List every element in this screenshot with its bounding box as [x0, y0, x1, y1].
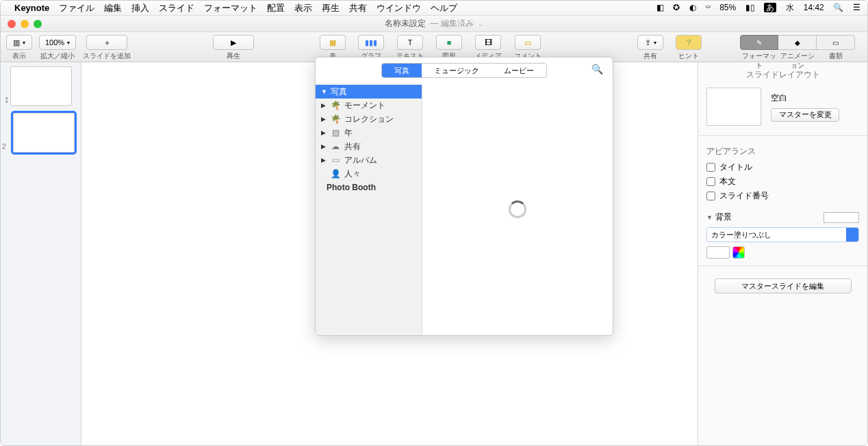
menu-format[interactable]: フォーマット	[204, 2, 257, 14]
menu-insert[interactable]: 挿入	[131, 2, 149, 14]
app-name[interactable]: Keynote	[14, 3, 49, 13]
palm-icon: 🌴	[331, 101, 340, 110]
tab-animation-label: アニメーション	[778, 51, 817, 70]
source-albums[interactable]: ▶▭アルバム	[316, 153, 422, 167]
hint-button[interactable]: ?	[676, 35, 702, 50]
view-button[interactable]: ▥▾	[6, 35, 32, 50]
checkbox-slide-number[interactable]: スライド番号	[706, 190, 859, 202]
slide-thumb-1[interactable]	[10, 66, 72, 106]
layout-preview[interactable]	[706, 88, 761, 126]
fullscreen-window-button[interactable]	[34, 20, 42, 28]
menu-help[interactable]: ヘルプ	[431, 2, 457, 14]
source-years[interactable]: ▶▤年	[316, 126, 422, 140]
zoom-label: 拡大／縮小	[40, 51, 75, 61]
media-content-area	[422, 83, 613, 335]
view-label: 表示	[12, 51, 26, 61]
menu-window[interactable]: ウインドウ	[376, 2, 421, 14]
appearance-label: アピアランス	[706, 146, 859, 157]
fill-type-select[interactable]: カラー塗りつぶし	[706, 227, 859, 242]
spotlight-icon[interactable]: 🔍	[833, 3, 843, 12]
document-edited-label[interactable]: — 編集済み	[430, 18, 473, 29]
status-icon-3[interactable]: ◐	[689, 3, 696, 12]
source-shared[interactable]: ▶☁共有	[316, 140, 422, 153]
background-preview-swatch[interactable]	[824, 212, 859, 223]
palm-icon: 🌴	[331, 114, 340, 124]
tab-document[interactable]: ▭	[817, 35, 855, 50]
status-icon-1[interactable]: ◧	[656, 3, 664, 12]
menu-edit[interactable]: 編集	[104, 2, 122, 14]
media-tab-movies[interactable]: ムービー	[492, 64, 546, 77]
slide-thumb-2[interactable]	[13, 113, 75, 153]
menu-play[interactable]: 再生	[322, 2, 340, 14]
loading-spinner-icon	[509, 200, 526, 218]
battery-icon[interactable]: ▮▯	[745, 3, 755, 12]
edit-master-slide-button[interactable]: マスタースライドを編集	[715, 278, 852, 293]
view-icon: ▥	[13, 38, 20, 47]
source-people[interactable]: ▶👤人々	[316, 167, 422, 181]
tab-animation[interactable]: ◆	[778, 35, 817, 50]
add-slide-button[interactable]: ＋	[86, 35, 127, 50]
fill-color-swatch[interactable]	[706, 246, 730, 259]
chart-button[interactable]: ▮▮▮	[358, 35, 384, 50]
diamond-icon: ◆	[795, 39, 800, 47]
background-label[interactable]: 背景	[706, 211, 732, 223]
tab-format[interactable]: ✎	[740, 35, 778, 50]
clock-day: 水	[786, 3, 794, 12]
media-source-list[interactable]: ▼写真 ▶🌴モーメント ▶🌴コレクション ▶▤年 ▶☁共有 ▶▭アルバム ▶👤人…	[316, 83, 422, 335]
slide-navigator[interactable]: 1 2	[1, 62, 81, 446]
comment-button[interactable]: ▭	[515, 35, 541, 50]
color-picker-button[interactable]	[732, 246, 745, 259]
ime-indicator[interactable]: あ	[764, 3, 776, 12]
layout-name: 空白	[771, 92, 839, 104]
minimize-window-button[interactable]	[21, 20, 29, 28]
play-label: 再生	[227, 51, 240, 61]
shape-button[interactable]: ■	[436, 35, 462, 50]
share-button[interactable]: ⇪▾	[637, 35, 663, 50]
checkbox-body[interactable]: 本文	[706, 176, 859, 187]
inspector: スライドレイアウト 空白 マスターを変更 アピアランス タイトル 本文 スライド…	[698, 62, 867, 446]
source-collections[interactable]: ▶🌴コレクション	[316, 112, 422, 126]
person-icon: 👤	[331, 169, 340, 179]
menu-slide[interactable]: スライド	[159, 2, 194, 14]
slide-number-1: 1	[5, 96, 9, 106]
tab-document-label: 書類	[817, 51, 855, 70]
media-browser-popover: 写真 ミュージック ムービー 🔍 ▼写真 ▶🌴モーメント ▶🌴コレクション ▶▤…	[315, 57, 613, 336]
media-tab-music[interactable]: ミュージック	[422, 64, 492, 77]
clock-time: 14:42	[804, 3, 824, 12]
zoom-button[interactable]: 100%▾	[39, 35, 76, 50]
album-icon: ▭	[331, 155, 340, 165]
table-button[interactable]: ▦	[320, 35, 346, 50]
source-photos[interactable]: ▼写真	[316, 85, 422, 99]
menu-extra-icon[interactable]: ☰	[853, 3, 860, 12]
menu-share[interactable]: 共有	[349, 2, 367, 14]
menu-arrange[interactable]: 配置	[267, 2, 285, 14]
share-label: 共有	[643, 51, 657, 61]
title-chevron-icon[interactable]: ⌄	[478, 21, 483, 27]
menu-file[interactable]: ファイル	[59, 2, 94, 14]
search-icon[interactable]: 🔍	[591, 64, 603, 75]
window-titlebar: 名称未設定 — 編集済み ⌄	[1, 16, 867, 32]
text-button[interactable]: T	[397, 35, 423, 50]
source-photobooth[interactable]: Photo Booth	[316, 181, 422, 194]
status-icon-2[interactable]: ✪	[673, 3, 680, 12]
wifi-icon[interactable]: ⌔	[706, 3, 711, 12]
slide-number-2: 2	[2, 143, 6, 153]
hint-label: ヒント	[678, 51, 699, 61]
checkbox-title[interactable]: タイトル	[706, 161, 859, 173]
document-title[interactable]: 名称未設定	[385, 18, 426, 29]
change-master-button[interactable]: マスターを変更	[771, 108, 839, 122]
tab-format-label: フォーマット	[740, 51, 778, 70]
close-window-button[interactable]	[8, 20, 16, 28]
menubar: Keynote ファイル 編集 挿入 スライド フォーマット 配置 表示 再生 …	[1, 1, 867, 16]
inspector-title: スライドレイアウト	[706, 69, 859, 81]
brush-icon: ✎	[756, 39, 762, 47]
media-tab-photos[interactable]: 写真	[382, 64, 422, 77]
battery-percent: 85%	[719, 3, 736, 12]
cloud-icon: ☁	[331, 142, 340, 151]
play-button[interactable]: ▶	[213, 35, 254, 50]
calendar-icon: ▤	[331, 128, 340, 137]
media-button[interactable]: 🎞	[475, 35, 501, 50]
menu-view[interactable]: 表示	[294, 2, 312, 14]
source-moments[interactable]: ▶🌴モーメント	[316, 99, 422, 112]
doc-icon: ▭	[832, 39, 839, 47]
